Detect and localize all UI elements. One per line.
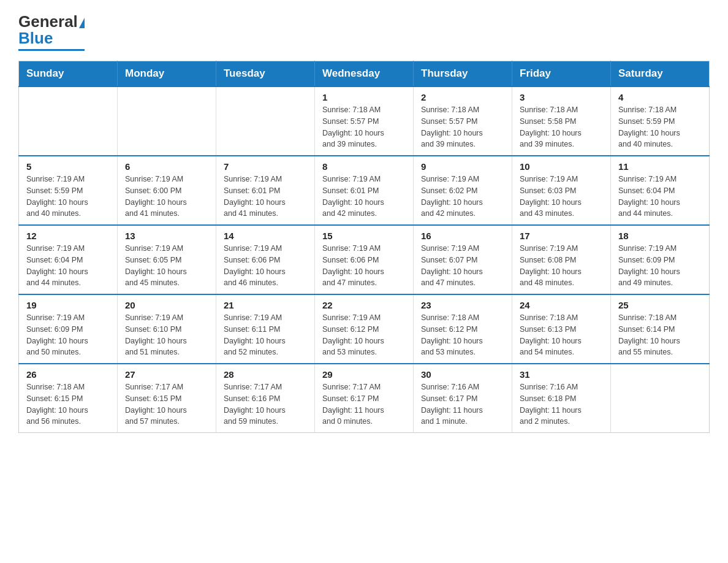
day-number: 27 (125, 369, 208, 380)
day-number: 6 (125, 161, 208, 172)
calendar-cell: 28Sunrise: 7:17 AMSunset: 6:16 PMDayligh… (216, 364, 315, 433)
day-number: 20 (125, 300, 208, 310)
day-info: Sunrise: 7:19 AMSunset: 6:06 PMDaylight:… (322, 243, 406, 289)
calendar-cell: 15Sunrise: 7:19 AMSunset: 6:06 PMDayligh… (315, 225, 414, 294)
calendar-cell: 22Sunrise: 7:19 AMSunset: 6:12 PMDayligh… (315, 294, 414, 364)
calendar-table: SundayMondayTuesdayWednesdayThursdayFrid… (18, 61, 710, 433)
day-number: 16 (421, 231, 504, 241)
calendar-cell: 5Sunrise: 7:19 AMSunset: 5:59 PMDaylight… (19, 156, 118, 225)
day-info: Sunrise: 7:17 AMSunset: 6:17 PMDaylight:… (322, 381, 406, 427)
weekday-header-monday: Monday (118, 61, 216, 87)
day-info: Sunrise: 7:19 AMSunset: 6:01 PMDaylight:… (224, 174, 307, 220)
day-number: 7 (224, 161, 307, 172)
calendar-cell: 19Sunrise: 7:19 AMSunset: 6:09 PMDayligh… (19, 294, 118, 364)
day-info: Sunrise: 7:18 AMSunset: 6:14 PMDaylight:… (618, 312, 702, 358)
day-number: 11 (618, 161, 702, 172)
calendar-week-row: 26Sunrise: 7:18 AMSunset: 6:15 PMDayligh… (19, 364, 710, 433)
day-info: Sunrise: 7:18 AMSunset: 5:58 PMDaylight:… (520, 104, 603, 150)
calendar-cell: 21Sunrise: 7:19 AMSunset: 6:11 PMDayligh… (216, 294, 315, 364)
day-info: Sunrise: 7:18 AMSunset: 5:57 PMDaylight:… (322, 104, 406, 150)
calendar-week-row: 5Sunrise: 7:19 AMSunset: 5:59 PMDaylight… (19, 156, 710, 225)
day-info: Sunrise: 7:16 AMSunset: 6:17 PMDaylight:… (421, 381, 504, 427)
day-number: 30 (421, 369, 504, 380)
weekday-header-tuesday: Tuesday (216, 61, 315, 87)
calendar-cell: 29Sunrise: 7:17 AMSunset: 6:17 PMDayligh… (315, 364, 414, 433)
calendar-cell: 18Sunrise: 7:19 AMSunset: 6:09 PMDayligh… (611, 225, 710, 294)
logo: General Blue (18, 12, 85, 51)
day-number: 18 (618, 231, 702, 241)
day-number: 21 (224, 300, 307, 310)
calendar-cell: 8Sunrise: 7:19 AMSunset: 6:01 PMDaylight… (315, 156, 414, 225)
calendar-cell: 27Sunrise: 7:17 AMSunset: 6:15 PMDayligh… (118, 364, 216, 433)
day-number: 2 (421, 92, 504, 102)
calendar-cell (19, 86, 118, 156)
day-info: Sunrise: 7:19 AMSunset: 6:10 PMDaylight:… (125, 312, 208, 358)
day-info: Sunrise: 7:19 AMSunset: 6:01 PMDaylight:… (322, 174, 406, 220)
calendar-cell: 23Sunrise: 7:18 AMSunset: 6:12 PMDayligh… (414, 294, 512, 364)
page-header: General Blue (18, 12, 710, 51)
logo-triangle-icon (79, 18, 85, 28)
weekday-header-sunday: Sunday (19, 61, 118, 87)
day-number: 26 (26, 369, 110, 380)
weekday-header-friday: Friday (512, 61, 611, 87)
weekday-header-row: SundayMondayTuesdayWednesdayThursdayFrid… (19, 61, 710, 87)
day-info: Sunrise: 7:19 AMSunset: 6:05 PMDaylight:… (125, 243, 208, 289)
calendar-cell: 30Sunrise: 7:16 AMSunset: 6:17 PMDayligh… (414, 364, 512, 433)
day-number: 13 (125, 231, 208, 241)
calendar-cell: 17Sunrise: 7:19 AMSunset: 6:08 PMDayligh… (512, 225, 611, 294)
day-info: Sunrise: 7:19 AMSunset: 6:00 PMDaylight:… (125, 174, 208, 220)
calendar-cell (216, 86, 315, 156)
day-info: Sunrise: 7:19 AMSunset: 6:04 PMDaylight:… (618, 174, 702, 220)
calendar-cell: 16Sunrise: 7:19 AMSunset: 6:07 PMDayligh… (414, 225, 512, 294)
calendar-cell: 31Sunrise: 7:16 AMSunset: 6:18 PMDayligh… (512, 364, 611, 433)
calendar-cell: 11Sunrise: 7:19 AMSunset: 6:04 PMDayligh… (611, 156, 710, 225)
day-info: Sunrise: 7:18 AMSunset: 5:59 PMDaylight:… (618, 104, 702, 150)
day-info: Sunrise: 7:18 AMSunset: 6:12 PMDaylight:… (421, 312, 504, 358)
day-number: 23 (421, 300, 504, 310)
day-info: Sunrise: 7:19 AMSunset: 5:59 PMDaylight:… (26, 174, 110, 220)
day-info: Sunrise: 7:17 AMSunset: 6:15 PMDaylight:… (125, 381, 208, 427)
calendar-cell: 20Sunrise: 7:19 AMSunset: 6:10 PMDayligh… (118, 294, 216, 364)
weekday-header-saturday: Saturday (611, 61, 710, 87)
day-info: Sunrise: 7:17 AMSunset: 6:16 PMDaylight:… (224, 381, 307, 427)
calendar-cell: 1Sunrise: 7:18 AMSunset: 5:57 PMDaylight… (315, 86, 414, 156)
calendar-cell: 7Sunrise: 7:19 AMSunset: 6:01 PMDaylight… (216, 156, 315, 225)
day-number: 10 (520, 161, 603, 172)
calendar-cell: 26Sunrise: 7:18 AMSunset: 6:15 PMDayligh… (19, 364, 118, 433)
day-info: Sunrise: 7:19 AMSunset: 6:07 PMDaylight:… (421, 243, 504, 289)
calendar-cell: 3Sunrise: 7:18 AMSunset: 5:58 PMDaylight… (512, 86, 611, 156)
day-info: Sunrise: 7:18 AMSunset: 5:57 PMDaylight:… (421, 104, 504, 150)
calendar-week-row: 12Sunrise: 7:19 AMSunset: 6:04 PMDayligh… (19, 225, 710, 294)
weekday-header-thursday: Thursday (414, 61, 512, 87)
day-info: Sunrise: 7:19 AMSunset: 6:09 PMDaylight:… (618, 243, 702, 289)
calendar-cell: 13Sunrise: 7:19 AMSunset: 6:05 PMDayligh… (118, 225, 216, 294)
day-number: 25 (618, 300, 702, 310)
day-number: 14 (224, 231, 307, 241)
day-number: 5 (26, 161, 110, 172)
calendar-cell: 6Sunrise: 7:19 AMSunset: 6:00 PMDaylight… (118, 156, 216, 225)
day-number: 31 (520, 369, 603, 380)
day-number: 29 (322, 369, 406, 380)
logo-blue-text: Blue (18, 29, 53, 48)
day-info: Sunrise: 7:19 AMSunset: 6:04 PMDaylight:… (26, 243, 110, 289)
day-number: 22 (322, 300, 406, 310)
day-number: 3 (520, 92, 603, 102)
day-number: 4 (618, 92, 702, 102)
calendar-cell (611, 364, 710, 433)
day-number: 28 (224, 369, 307, 380)
calendar-cell: 2Sunrise: 7:18 AMSunset: 5:57 PMDaylight… (414, 86, 512, 156)
day-info: Sunrise: 7:19 AMSunset: 6:08 PMDaylight:… (520, 243, 603, 289)
calendar-week-row: 1Sunrise: 7:18 AMSunset: 5:57 PMDaylight… (19, 86, 710, 156)
logo-underline (18, 49, 85, 51)
calendar-cell (118, 86, 216, 156)
calendar-cell: 25Sunrise: 7:18 AMSunset: 6:14 PMDayligh… (611, 294, 710, 364)
calendar-cell: 24Sunrise: 7:18 AMSunset: 6:13 PMDayligh… (512, 294, 611, 364)
day-info: Sunrise: 7:18 AMSunset: 6:15 PMDaylight:… (26, 381, 110, 427)
day-info: Sunrise: 7:18 AMSunset: 6:13 PMDaylight:… (520, 312, 603, 358)
day-number: 12 (26, 231, 110, 241)
day-info: Sunrise: 7:19 AMSunset: 6:02 PMDaylight:… (421, 174, 504, 220)
day-number: 9 (421, 161, 504, 172)
day-number: 19 (26, 300, 110, 310)
calendar-cell: 12Sunrise: 7:19 AMSunset: 6:04 PMDayligh… (19, 225, 118, 294)
calendar-cell: 4Sunrise: 7:18 AMSunset: 5:59 PMDaylight… (611, 86, 710, 156)
